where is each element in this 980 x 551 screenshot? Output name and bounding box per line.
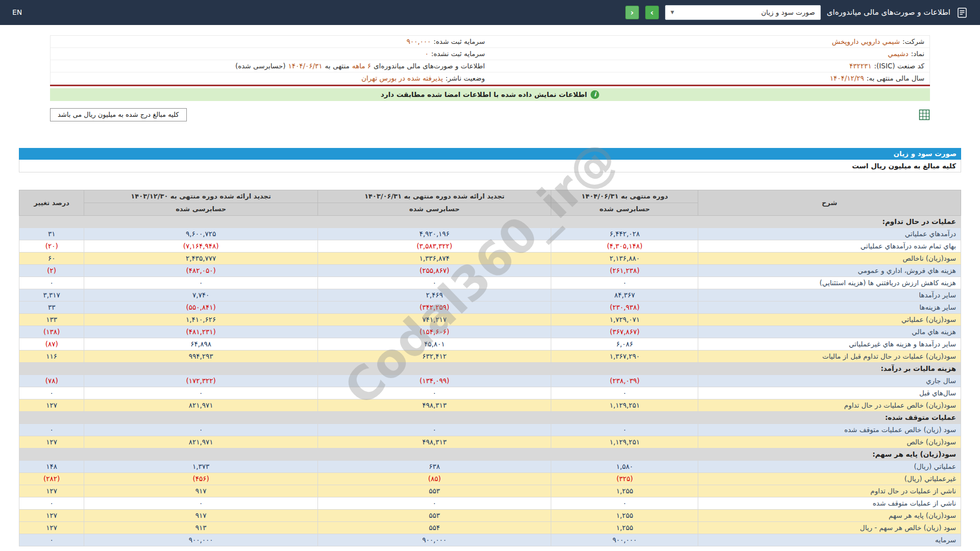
row-label: هزینه هاي فروش، اداري و عمومي	[698, 265, 961, 277]
row-label: عملیاتي (ریال)	[698, 461, 961, 473]
note-row: کلیه مبالغ درج شده به میلیون ریال می باش…	[50, 108, 930, 121]
report-file-icon	[957, 7, 968, 18]
cell-value: ۶۴,۸۹۸	[84, 338, 318, 350]
info-row-registered-capital: سرمایه ثبت شده: ۹۰۰,۰۰۰	[51, 36, 490, 48]
cell-value: ۰	[317, 387, 551, 399]
cell-value: ۰	[317, 424, 551, 436]
section-row: عملیات متوقف شده:	[19, 412, 961, 424]
cell-value: ۵۵۴	[317, 522, 551, 534]
cell-value: (۳۲۵)	[551, 473, 698, 485]
subheader-audited-1: حسابرسی شده	[551, 203, 698, 216]
cell-value	[19, 412, 84, 424]
cell-value: ۱,۳۶۷,۲۹۰	[551, 350, 698, 363]
row-label: هزینه مالیات بر درآمد:	[698, 363, 961, 375]
row-label: درآمدهاي عملیاتي	[698, 228, 961, 240]
registered-capital-label: سرمایه ثبت شده:	[433, 37, 485, 46]
cell-value: ۱,۲۵۵	[551, 485, 698, 497]
cell-value: ۷,۷۴۰	[84, 289, 318, 302]
cell-value: ۳۱	[19, 228, 84, 240]
cell-value: ۵۵۳	[317, 485, 551, 497]
cell-value: ۰	[19, 387, 84, 399]
cell-value: ۵۵۳	[317, 510, 551, 522]
cell-value: ۴۵,۸۰۱	[317, 338, 551, 350]
next-report-button[interactable]: ›	[645, 6, 659, 19]
cell-value	[551, 216, 698, 228]
cell-value: (۷,۱۶۴,۹۴۸)	[84, 240, 318, 253]
excel-export-icon[interactable]	[919, 109, 930, 120]
row-label: عملیات در حال تداوم:	[698, 216, 961, 228]
cell-value: ۶۳۸	[317, 461, 551, 473]
cell-value: (۱۳۸)	[19, 326, 84, 338]
cell-value	[19, 216, 84, 228]
row-label: سود(زیان) پایه هر سهم	[698, 510, 961, 522]
cell-value: ۰	[551, 277, 698, 289]
cell-value: ۹۱۷	[84, 510, 318, 522]
row-label: سرمایه	[698, 534, 961, 546]
info-row-isic: کد صنعت (ISIC): ۴۳۲۲۳۱	[490, 60, 929, 72]
row-label: سود(زیان) ناخالص	[698, 253, 961, 265]
cell-value: (۴۸۱,۲۳۱)	[84, 326, 318, 338]
cell-value: ۶,۰۸۶	[551, 338, 698, 350]
cell-value	[551, 412, 698, 424]
info-row-symbol: نماد: دشیمي	[490, 48, 929, 60]
topbar-right-group: اطلاعات و صورت‌های مالی میاندوره‌ای صورت…	[625, 5, 968, 20]
page-title: اطلاعات و صورت‌های مالی میاندوره‌ای	[827, 8, 950, 17]
listing-status-value: پذیرفته شده در بورس تهران	[361, 74, 443, 83]
table-row: سود(زیان) خالص عملیات در حال تداوم۱,۱۲۹,…	[19, 399, 961, 412]
cell-value: ۶۰	[19, 253, 84, 265]
company-value: شیمي دارویي داروپخش	[832, 37, 900, 46]
prev-report-button[interactable]: ‹	[625, 6, 639, 19]
cell-value: ۱,۱۲۹,۲۵۱	[551, 399, 698, 412]
cell-value: ۹۱۷	[84, 485, 318, 497]
table-row: بهاي تمام شده درآمدهاي عملیاتي(۴,۳۰۵,۱۴۸…	[19, 240, 961, 253]
cell-value: (۱۳۴,۰۹۹)	[317, 375, 551, 387]
cell-value: (۲۳۸,۰۳۹)	[551, 375, 698, 387]
cell-value	[84, 412, 318, 424]
column-header-change-percent: درصد تغییر	[19, 190, 84, 216]
info-row-fiscal-year: سال مالی منتهی به: ۱۴۰۴/۱۲/۲۹	[490, 72, 929, 85]
row-label: سال‌هاي قبل	[698, 387, 961, 399]
cell-value: ۲,۱۳۶,۸۸۰	[551, 253, 698, 265]
table-row: ناشي از عملیات در حال تداوم۱,۲۵۵۵۵۳۹۱۷۱۲…	[19, 485, 961, 497]
cell-value: (۳۶۷,۸۶۷)	[551, 326, 698, 338]
top-navbar: اطلاعات و صورت‌های مالی میاندوره‌ای صورت…	[0, 0, 980, 25]
cell-value	[551, 363, 698, 375]
cell-value	[317, 448, 551, 461]
cell-value	[317, 216, 551, 228]
cell-value: (۲۸۲)	[19, 473, 84, 485]
cell-value: ۰	[317, 497, 551, 510]
cell-value: (۸۷)	[19, 338, 84, 350]
million-rial-note: کلیه مبالغ درج شده به میلیون ریال می باش…	[50, 108, 187, 121]
unregistered-capital-label: سرمایه ثبت نشده:	[431, 49, 485, 58]
row-label: سود(زیان) خالص عملیات در حال تداوم	[698, 399, 961, 412]
row-label: سود (زیان) خالص هر سهم - ریال	[698, 522, 961, 534]
report-type-select[interactable]: صورت سود و زیان ▼	[665, 5, 821, 20]
cell-value	[551, 448, 698, 461]
cell-value: ۰	[551, 497, 698, 510]
cell-value: (۴۸۲,۰۵۰)	[84, 265, 318, 277]
isic-label: کد صنعت (ISIC):	[874, 62, 924, 70]
symbol-label: نماد:	[911, 49, 924, 58]
row-label: هزینه کاهش ارزش دریافتني ها (هزینه استثن…	[698, 277, 961, 289]
cell-value: ۹۰۰,۰۰۰	[317, 534, 551, 546]
isic-value: ۴۳۲۲۳۱	[849, 62, 872, 70]
row-label: سود(زیان) عملیات در حال تداوم قبل از مال…	[698, 350, 961, 363]
info-row-listing-status: وضعیت ناشر: پذیرفته شده در بورس تهران	[51, 72, 490, 85]
statement-title-bar: صورت سود و زیان	[19, 148, 961, 160]
cell-value: ۸۲۱,۹۷۱	[84, 399, 318, 412]
cell-value: ۴,۹۲۰,۱۹۶	[317, 228, 551, 240]
table-row: سرمایه۹۰۰,۰۰۰۹۰۰,۰۰۰۹۰۰,۰۰۰۰	[19, 534, 961, 546]
column-header-description: شرح	[698, 190, 961, 216]
cell-value: ۱۲۷	[19, 436, 84, 448]
subheader-audited-3: حسابرسی شده	[84, 203, 318, 216]
row-label: سایر درآمدها	[698, 289, 961, 302]
row-label: ناشي از عملیات در حال تداوم	[698, 485, 961, 497]
language-toggle-en[interactable]: EN	[12, 8, 22, 17]
report-type-value: صورت سود و زیان	[761, 8, 815, 17]
row-label: سود(زیان) خالص	[698, 436, 961, 448]
info-icon: i	[591, 90, 599, 99]
period-end-date: ۱۴۰۴/۰۶/۳۱	[288, 62, 323, 70]
amounts-unit-text: کلیه مبالغ به میلیون ریال است	[852, 162, 956, 170]
cell-value	[317, 363, 551, 375]
table-row: هزینه هاي مالي(۳۶۷,۸۶۷)(۱۵۴,۶۰۶)(۴۸۱,۲۳۱…	[19, 326, 961, 338]
